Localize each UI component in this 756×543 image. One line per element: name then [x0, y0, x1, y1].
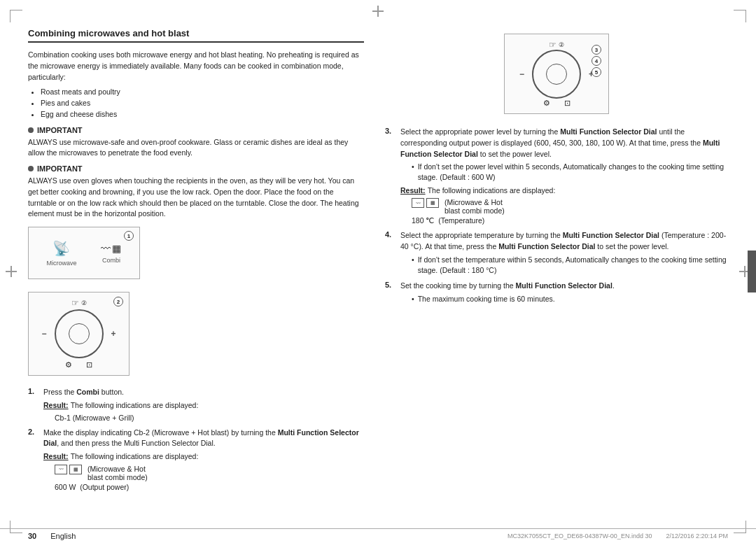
important-dot-icon [28, 127, 34, 133]
important-header-2: IMPORTANT [28, 164, 364, 173]
step-4-bold1: Multi Function Selector Dial [563, 231, 659, 239]
microwave-label: Microwave [46, 260, 76, 267]
page: Combining microwaves and hot blast Combi… [0, 0, 756, 543]
step-3-display-row: 〰 ▦ (Microwave & Hot blast combi mode) [412, 198, 728, 215]
dial-num-3: ② [559, 41, 564, 48]
step-badge-5: 5 [592, 67, 601, 77]
step-badge-3: 3 [592, 45, 601, 55]
important-dot-icon-2 [28, 166, 34, 171]
right-column: ☞ ② − + ⚙ ⊡ [378, 28, 728, 494]
step-5-number: 5. [385, 281, 395, 304]
step-4: 4. Select the appropriate temperature by… [385, 230, 728, 275]
important-label-1: IMPORTANT [37, 126, 83, 134]
grid-icon: ▦ [112, 243, 121, 254]
step-2-action: Make the display indicating Cb-2 (Microw… [43, 428, 364, 450]
display-line-1-2: (Microwave & Hot [88, 465, 148, 473]
corner-mark-tr [734, 10, 746, 22]
step-2-display-row1: 〰 ▦ (Microwave & Hot blast combi mode) [55, 465, 364, 481]
wave-icon: 〰 [101, 243, 111, 254]
display-icons-2: 〰 ▦ [55, 465, 82, 474]
dial-diagram-2: ☞ ② − + ⚙ ⊡ 2 [28, 286, 130, 381]
step-2-number: 2. [28, 428, 38, 491]
step-3-bold1: Multi Function Selector Dial [560, 127, 657, 136]
important-label-2: IMPORTANT [37, 164, 83, 173]
dial-circle-3 [532, 50, 581, 99]
result-label-1: Result: [43, 401, 69, 409]
temp-label-3: (Temperature) [438, 216, 484, 225]
hand-icon-3: ☞ [549, 40, 556, 50]
dial-box-2: ☞ ② − + ⚙ ⊡ 2 [28, 292, 130, 376]
steps-left: 1. Press the Combi button. Result: The f… [28, 387, 364, 491]
display-line1-3: (Microwave & Hot [444, 198, 505, 206]
diagram-box-1: 📡 Microwave 〰 ▦ Combi 1 [28, 227, 140, 279]
step-3: 3. Select the appropriate power level by… [385, 127, 728, 225]
display-icons-3: 〰 ▦ [412, 198, 439, 208]
result-text-1: The following indications are displayed: [71, 401, 199, 409]
combi-section: 〰 ▦ Combi [101, 243, 121, 264]
step-1-action: Press the Combi button. [43, 387, 364, 398]
dial-minus-3: − [519, 69, 524, 79]
result-text-3: The following indications are displayed: [428, 186, 556, 195]
grid-icon-3: ▦ [426, 198, 439, 208]
dial-bottom-3: ⚙ ⊡ [543, 99, 570, 108]
dial-num-2: ② [81, 299, 87, 306]
step-2-bold: Multi Function Selector Dial [43, 428, 359, 448]
step-2-display: 〰 ▦ (Microwave & Hot blast combi mode) 6… [55, 465, 364, 491]
power-icon-3: ⊡ [564, 99, 570, 108]
step-3-subbullet: If don't set the power level within 5 se… [412, 162, 728, 182]
important-header-1: IMPORTANT [28, 126, 364, 134]
step-3-bold2: Multi Function Selector Dial [400, 139, 720, 158]
diagram-area-1: 📡 Microwave 〰 ▦ Combi 1 [28, 227, 364, 279]
dial-box-3: ☞ ② − + ⚙ ⊡ [504, 34, 609, 114]
grid-display-icon: ▦ [69, 465, 82, 474]
step-1-display: Cb-1 (Microwave + Grill) [55, 414, 364, 422]
step-5: 5. Set the cooking time by turning the M… [385, 281, 728, 304]
footer-date: 2/12/2016 2:20:14 PM [666, 533, 728, 540]
combi-button-label: Combi [76, 388, 99, 396]
step-2-power-val: 600 W [55, 483, 76, 491]
wave-icon-3: 〰 [412, 198, 424, 208]
section-title: Combining microwaves and hot blast [28, 28, 364, 43]
main-content: Combining microwaves and hot blast Combi… [28, 28, 728, 494]
dial-inner-3 [546, 64, 567, 85]
intro-text: Combination cooking uses both microwave … [28, 50, 364, 83]
step-1-result: Result: The following indications are di… [43, 400, 364, 411]
footer: 30 English MC32K7055CT_EO_DE68-04387W-00… [0, 528, 756, 543]
result-label-3: Result: [400, 186, 426, 195]
food-list: Roast meats and poultry Pies and cakes E… [28, 87, 364, 120]
step-5-bold: Multi Function Selector Dial [516, 281, 612, 290]
step-5-subbullet: The maximum cooking time is 60 minutes. [412, 294, 728, 304]
diagram2-badge: 2 [113, 297, 123, 306]
wave-display-icon: 〰 [55, 465, 67, 474]
step-2-content: Make the display indicating Cb-2 (Microw… [43, 428, 364, 491]
list-item: Pies and cakes [41, 98, 364, 109]
step-3-number: 3. [385, 127, 395, 225]
list-item: Egg and cheese dishes [41, 109, 364, 120]
center-top-crosshair [372, 6, 384, 17]
dial-minus: − [42, 329, 47, 339]
step-3-content: Select the appropriate power level by tu… [400, 127, 728, 225]
step-2-power: 600 W (Output power) [55, 483, 364, 491]
dial-body: − + [55, 309, 104, 358]
step-numbers-345: 3 4 5 [592, 45, 601, 77]
step-2: 2. Make the display indicating Cb-2 (Mic… [28, 428, 364, 491]
dial-top-area: ☞ ② [71, 298, 87, 308]
dial-body-3: − + [532, 50, 581, 99]
settings-icon-3: ⚙ [543, 99, 550, 108]
temp-val-3: 180 ℃ [412, 216, 434, 225]
step-3-action: Select the appropriate power level by tu… [400, 127, 728, 160]
display-line-2-2: blast combi mode) [88, 473, 148, 481]
step-1-number: 1. [28, 387, 38, 422]
footer-file: MC32K7055CT_EO_DE68-04387W-00_EN.indd 30 [507, 533, 652, 540]
diagram1-badge: 1 [124, 231, 134, 241]
combi-label: Combi [102, 257, 120, 264]
display-text-3: (Microwave & Hot blast combi mode) [444, 198, 505, 215]
side-tab [748, 251, 756, 292]
settings-icon: ⚙ [65, 360, 72, 369]
diagram-right-area: ☞ ② − + ⚙ ⊡ [385, 28, 728, 120]
dial-circle [55, 309, 104, 358]
step-1: 1. Press the Combi button. Result: The f… [28, 387, 364, 422]
left-column: Combining microwaves and hot blast Combi… [28, 28, 364, 494]
step-5-content: Set the cooking time by turning the Mult… [400, 281, 728, 304]
side-crosshair-left [6, 266, 17, 277]
